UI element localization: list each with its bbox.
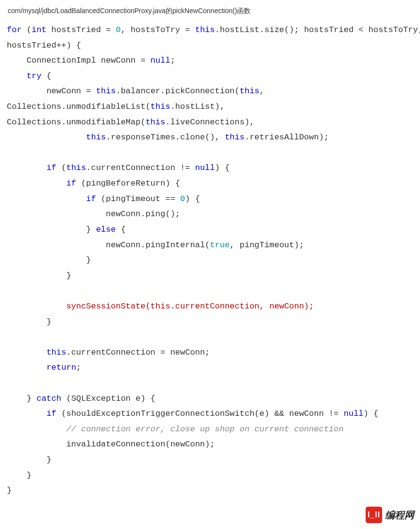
code-token-cmnt: // connection error, close up shop on cu… (66, 425, 343, 434)
code-token-kw: null (195, 163, 215, 172)
file-path-heading: com/mysql/jdbc/LoadBalancedConnectionPro… (8, 7, 420, 16)
code-token-kw: this (86, 133, 106, 142)
code-token-kw: this (146, 118, 166, 127)
code-token-kw: this (195, 25, 215, 34)
code-token-kw: null (151, 56, 170, 65)
code-block: for (int hostsTried = 0, hostsToTry = th… (7, 22, 420, 498)
code-token-kw: this (225, 133, 245, 142)
code-token-kw: this (240, 86, 260, 96)
code-token-num: true (210, 240, 230, 250)
code-token-kw: this (151, 102, 170, 111)
code-token-num: 0 (180, 194, 185, 204)
code-token-kw: this (47, 348, 67, 357)
code-token-kw: if (47, 409, 56, 418)
code-token-kw: try (27, 71, 42, 81)
code-token-hl: this (151, 302, 170, 311)
code-token-kw: return (47, 363, 76, 372)
code-token-kw: int (32, 25, 47, 34)
code-token-kw: else (96, 225, 116, 234)
code-token-kw: if (66, 179, 76, 188)
code-token-hl: .currentConnection, newConn); (170, 302, 314, 311)
code-token-kw: if (47, 163, 56, 172)
code-token-kw: this (66, 163, 86, 172)
code-token-kw: for (7, 25, 22, 34)
code-token-kw: if (86, 194, 96, 204)
code-token-hl: syncSessionState( (66, 302, 150, 311)
code-token-kw: catch (36, 394, 61, 403)
code-token-kw: null (344, 409, 364, 418)
code-token-kw: this (96, 86, 116, 96)
code-token-num: 0 (116, 25, 120, 34)
